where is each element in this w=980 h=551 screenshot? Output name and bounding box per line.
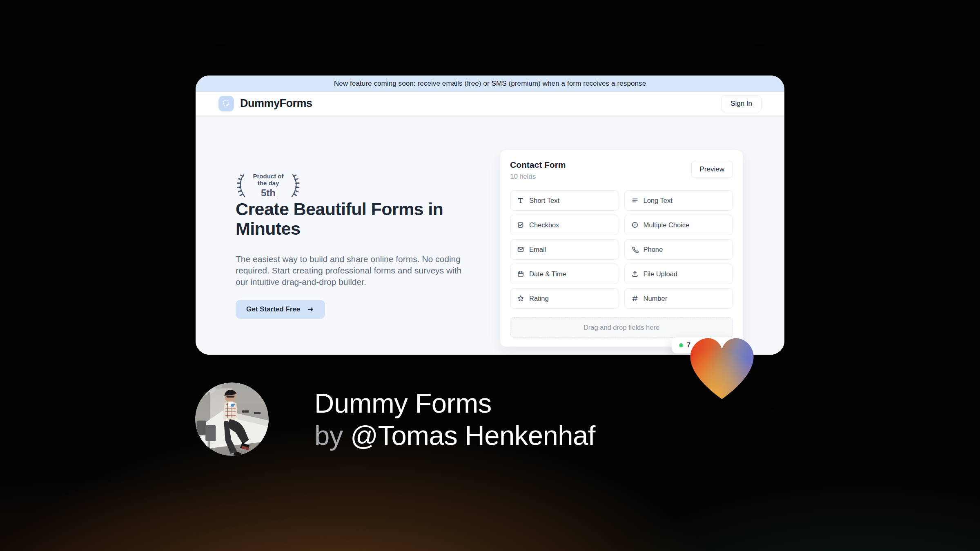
field-chip-multiple-choice[interactable]: Multiple Choice [624, 215, 733, 235]
author-avatar [195, 382, 269, 456]
brand-logo[interactable]: DummyForms [218, 96, 312, 111]
file-upload-icon [631, 270, 639, 278]
field-chip-date-time[interactable]: Date & Time [510, 264, 619, 284]
field-chip-rating[interactable]: Rating [510, 288, 619, 309]
field-chip-label: File Upload [644, 270, 677, 278]
hero-headline: Create Beautiful Forms in Minutes [236, 199, 464, 238]
award-title: Product of the day [249, 173, 288, 187]
get-started-button[interactable]: Get Started Free [236, 300, 325, 319]
field-chip-label: Checkbox [529, 221, 559, 229]
heart-icon [683, 330, 761, 402]
form-builder-card: Contact Form 10 fields Preview Short Tex… [500, 150, 743, 347]
field-chip-number[interactable]: Number [624, 288, 733, 309]
field-type-grid: Short Text Long Text Checkbox [510, 190, 733, 309]
long-text-icon [631, 197, 639, 204]
multiple-choice-icon [631, 221, 639, 229]
award-text: Product of the day 5th [249, 173, 288, 199]
field-chip-label: Long Text [644, 197, 673, 204]
field-chip-label: Date & Time [529, 270, 566, 278]
email-icon [517, 246, 524, 253]
field-chip-label: Email [529, 246, 546, 253]
field-chip-phone[interactable]: Phone [624, 239, 733, 260]
field-chip-short-text[interactable]: Short Text [510, 190, 619, 211]
laurel-left-icon [236, 173, 246, 198]
field-chip-checkbox[interactable]: Checkbox [510, 215, 619, 235]
drag-drop-text: Drag and drop fields here [584, 324, 659, 331]
number-icon [631, 295, 639, 302]
product-of-the-day-badge: Product of the day 5th [236, 173, 301, 199]
caption-by: by [314, 420, 343, 451]
date-time-icon [517, 270, 524, 278]
top-nav: DummyForms Sign In [196, 92, 784, 116]
announcement-text: New feature coming soon: receive emails … [334, 80, 646, 88]
sign-in-button[interactable]: Sign In [721, 95, 762, 112]
caption-line2: by @Tomas Henkenhaf [314, 419, 595, 451]
arrow-right-icon [307, 306, 314, 313]
field-chip-label: Multiple Choice [644, 221, 690, 229]
browser-window: New feature coming soon: receive emails … [196, 76, 784, 355]
field-chip-label: Rating [529, 295, 549, 302]
caption-line1: Dummy Forms [314, 387, 595, 419]
brand-name: DummyForms [240, 97, 312, 110]
short-text-icon [517, 197, 524, 204]
rating-icon [517, 295, 524, 302]
preview-button[interactable]: Preview [691, 161, 733, 178]
cursor-select-icon [218, 96, 234, 111]
hero-section: Product of the day 5th Create Beautiful … [196, 116, 784, 355]
field-chip-file-upload[interactable]: File Upload [624, 264, 733, 284]
checkbox-icon [517, 221, 524, 229]
field-chip-label: Phone [644, 246, 663, 253]
award-rank: 5th [249, 187, 288, 199]
hero-description: The easiest way to build and share onlin… [236, 253, 472, 288]
announcement-banner: New feature coming soon: receive emails … [196, 76, 784, 92]
field-chip-label: Number [644, 295, 668, 302]
get-started-label: Get Started Free [246, 305, 300, 313]
phone-icon [631, 246, 639, 253]
field-chip-label: Short Text [529, 197, 559, 204]
laurel-right-icon [290, 173, 301, 198]
caption-author: @Tomas Henkenhaf [350, 420, 595, 451]
field-chip-email[interactable]: Email [510, 239, 619, 260]
field-chip-long-text[interactable]: Long Text [624, 190, 733, 211]
caption: Dummy Forms by @Tomas Henkenhaf [314, 387, 595, 451]
